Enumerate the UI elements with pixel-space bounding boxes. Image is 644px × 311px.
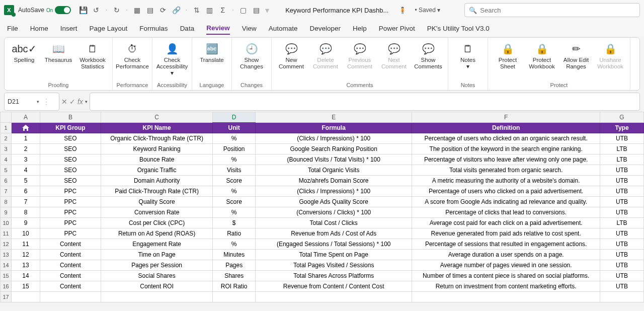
row-header[interactable]: 16	[1, 281, 12, 292]
row-header[interactable]: 11	[1, 228, 12, 239]
cell[interactable]: Total Organic Visits	[256, 165, 412, 176]
cell[interactable]: Total Time Spent on Page	[256, 250, 412, 260]
cell[interactable]: Bounce Rate	[101, 154, 213, 165]
cell[interactable]: Organic Click-Through Rate (CTR)	[101, 133, 213, 144]
cell[interactable]: Score	[213, 176, 256, 186]
cell[interactable]: (Bounced Visits / Total Visits) * 100	[256, 154, 412, 165]
cell[interactable]: Revenue from Content / Content Cost	[256, 281, 412, 292]
cell[interactable]: Percentage of users who clicked on an or…	[412, 133, 600, 144]
tab-formulas[interactable]: Formulas	[139, 23, 168, 34]
cell[interactable]: Pages	[213, 260, 256, 271]
tab-insert[interactable]: Insert	[60, 23, 77, 34]
cell[interactable]: Minutes	[213, 250, 256, 260]
tab-data[interactable]: Data	[180, 23, 195, 34]
cell[interactable]: (Clicks / Impressions) * 100	[256, 186, 412, 197]
allow-edit-ranges-button[interactable]: ✏Allow EditRanges	[560, 41, 592, 70]
row-header[interactable]: 4	[1, 154, 12, 165]
formula-input[interactable]	[90, 93, 640, 111]
cell[interactable]: Google Ads Quality Score	[256, 197, 412, 207]
cell[interactable]: SEO	[40, 176, 101, 186]
cell[interactable]: UTB	[600, 186, 644, 197]
row-header[interactable]: 9	[1, 207, 12, 218]
cell[interactable]: 3	[12, 154, 40, 165]
autosum-icon[interactable]: Σ	[219, 6, 227, 14]
cell[interactable]: LTB	[600, 154, 644, 165]
cell[interactable]: Domain Authority	[101, 176, 213, 186]
cell[interactable]: 1	[12, 133, 40, 144]
cell[interactable]: (Conversions / Clicks) * 100	[256, 207, 412, 218]
name-box-input[interactable]	[8, 98, 34, 105]
row-header[interactable]: 5	[1, 165, 12, 176]
cell[interactable]	[600, 292, 644, 302]
cell[interactable]	[256, 292, 412, 302]
cell[interactable]: Total Shares Across Platforms	[256, 271, 412, 281]
redo-icon[interactable]: ↻	[113, 6, 121, 14]
cell[interactable]: Content	[40, 239, 101, 250]
cell[interactable]: Average cost paid for each click on a pa…	[412, 218, 600, 228]
cell[interactable]: Total visits generated from organic sear…	[412, 165, 600, 176]
row-header[interactable]: 8	[1, 197, 12, 207]
cell[interactable]: 6	[12, 186, 40, 197]
cell[interactable]: 14	[12, 271, 40, 281]
cell[interactable]: A metric measuring the authority of a we…	[412, 176, 600, 186]
header-cell[interactable]: Formula	[256, 123, 412, 133]
tab-pk-s-utility-tool-v3-0[interactable]: PK's Utility Tool V3.0	[427, 23, 490, 34]
cell[interactable]: $	[213, 218, 256, 228]
cell[interactable]: %	[213, 186, 256, 197]
cell[interactable]: Conversion Rate	[101, 207, 213, 218]
workbook-statistics-button[interactable]: 🗒WorkbookStatistics	[77, 41, 108, 70]
cell[interactable]: Cost per Click (CPC)	[101, 218, 213, 228]
row-header[interactable]: 15	[1, 271, 12, 281]
cell[interactable]: Percentage of clicks that lead to conver…	[412, 207, 600, 218]
cell[interactable]: Visits	[213, 165, 256, 176]
cell[interactable]: UTB	[600, 239, 644, 250]
col-header-G[interactable]: G	[600, 112, 644, 123]
cell[interactable]: %	[213, 239, 256, 250]
autosave-toggle[interactable]: AutoSave On	[18, 6, 71, 14]
cell[interactable]: Keyword Ranking	[101, 144, 213, 154]
cell[interactable]: Content	[40, 281, 101, 292]
cell[interactable]	[412, 292, 600, 302]
cell[interactable]: Organic Traffic	[101, 165, 213, 176]
cell[interactable]: Quality Score	[101, 197, 213, 207]
filter-icon[interactable]: ▥	[206, 6, 214, 14]
cell[interactable]: Revenue from Ads / Cost of Ads	[256, 228, 412, 239]
tab-developer[interactable]: Developer	[310, 23, 341, 34]
tab-home[interactable]: Home	[30, 23, 48, 34]
cell[interactable]: Google Search Ranking Position	[256, 144, 412, 154]
undo-icon[interactable]: ↺	[92, 6, 100, 14]
row-header[interactable]: 3	[1, 144, 12, 154]
col-header-B[interactable]: B	[40, 112, 101, 123]
col-header-C[interactable]: C	[101, 112, 213, 123]
fx-icon[interactable]: fx	[77, 98, 83, 106]
cell[interactable]: ROI Ratio	[213, 281, 256, 292]
check-accessibility-button[interactable]: 👤CheckAccessibility ▾	[156, 41, 188, 77]
col-header-F[interactable]: F	[412, 112, 600, 123]
cell[interactable]: UTB	[600, 250, 644, 260]
sort-icon[interactable]: ⇅	[193, 6, 201, 14]
cell[interactable]: A score from Google Ads indicating ad re…	[412, 197, 600, 207]
tab-help[interactable]: Help	[353, 23, 367, 34]
cell[interactable]: %	[213, 207, 256, 218]
protect-workbook-button[interactable]: 🔒ProtectWorkbook	[526, 41, 557, 70]
cell[interactable]: 2	[12, 144, 40, 154]
cell[interactable]: 9	[12, 218, 40, 228]
new-comment-button[interactable]: 💬NewComment	[276, 41, 307, 70]
cell[interactable]	[213, 292, 256, 302]
tab-file[interactable]: File	[7, 23, 18, 34]
cell[interactable]: PPC	[40, 207, 101, 218]
tab-view[interactable]: View	[242, 23, 257, 34]
cell[interactable]: Content ROI	[101, 281, 213, 292]
row-header[interactable]: 7	[1, 186, 12, 197]
cell[interactable]: Position	[213, 144, 256, 154]
header-cell[interactable]: Unit	[213, 123, 256, 133]
header-cell[interactable]	[12, 123, 40, 133]
cell[interactable]: Engagement Rate	[101, 239, 213, 250]
link-icon[interactable]: 🔗	[172, 6, 180, 14]
header-cell[interactable]: Type	[600, 123, 644, 133]
cell[interactable]: Ratio	[213, 228, 256, 239]
cell[interactable]: 12	[12, 250, 40, 260]
cell[interactable]: 4	[12, 165, 40, 176]
cell[interactable]: Return on Ad Spend (ROAS)	[101, 228, 213, 239]
row-header[interactable]: 17	[1, 292, 12, 302]
